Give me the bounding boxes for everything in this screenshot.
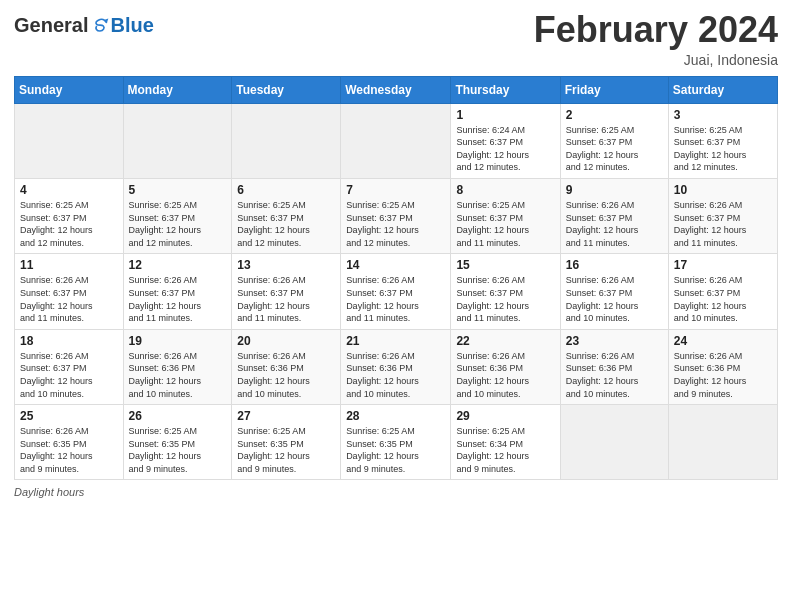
- day-info: Sunrise: 6:25 AM Sunset: 6:37 PM Dayligh…: [20, 199, 118, 249]
- calendar-cell: 15Sunrise: 6:26 AM Sunset: 6:37 PM Dayli…: [451, 254, 560, 329]
- day-info: Sunrise: 6:25 AM Sunset: 6:37 PM Dayligh…: [129, 199, 227, 249]
- calendar-cell: 25Sunrise: 6:26 AM Sunset: 6:35 PM Dayli…: [15, 405, 124, 480]
- calendar-table: SundayMondayTuesdayWednesdayThursdayFrid…: [14, 76, 778, 481]
- calendar-cell: 2Sunrise: 6:25 AM Sunset: 6:37 PM Daylig…: [560, 103, 668, 178]
- day-number: 2: [566, 108, 663, 122]
- calendar-cell: 5Sunrise: 6:25 AM Sunset: 6:37 PM Daylig…: [123, 178, 232, 253]
- day-number: 16: [566, 258, 663, 272]
- day-info: Sunrise: 6:25 AM Sunset: 6:37 PM Dayligh…: [237, 199, 335, 249]
- calendar-cell: 22Sunrise: 6:26 AM Sunset: 6:36 PM Dayli…: [451, 329, 560, 404]
- day-number: 25: [20, 409, 118, 423]
- day-info: Sunrise: 6:26 AM Sunset: 6:37 PM Dayligh…: [20, 350, 118, 400]
- calendar-cell: 6Sunrise: 6:25 AM Sunset: 6:37 PM Daylig…: [232, 178, 341, 253]
- logo-blue-text: Blue: [110, 14, 153, 37]
- day-header-friday: Friday: [560, 76, 668, 103]
- day-number: 1: [456, 108, 554, 122]
- day-info: Sunrise: 6:26 AM Sunset: 6:37 PM Dayligh…: [566, 199, 663, 249]
- logo-general-text: General: [14, 14, 88, 37]
- day-number: 23: [566, 334, 663, 348]
- logo-bird-icon: [90, 16, 110, 36]
- day-number: 19: [129, 334, 227, 348]
- calendar-cell: 23Sunrise: 6:26 AM Sunset: 6:36 PM Dayli…: [560, 329, 668, 404]
- day-info: Sunrise: 6:24 AM Sunset: 6:37 PM Dayligh…: [456, 124, 554, 174]
- day-number: 10: [674, 183, 772, 197]
- day-number: 26: [129, 409, 227, 423]
- day-header-sunday: Sunday: [15, 76, 124, 103]
- day-number: 15: [456, 258, 554, 272]
- day-header-monday: Monday: [123, 76, 232, 103]
- day-info: Sunrise: 6:25 AM Sunset: 6:37 PM Dayligh…: [566, 124, 663, 174]
- day-info: Sunrise: 6:26 AM Sunset: 6:37 PM Dayligh…: [346, 274, 445, 324]
- calendar-cell: 12Sunrise: 6:26 AM Sunset: 6:37 PM Dayli…: [123, 254, 232, 329]
- footer: Daylight hours: [14, 486, 778, 498]
- calendar-cell: [560, 405, 668, 480]
- calendar-cell: 9Sunrise: 6:26 AM Sunset: 6:37 PM Daylig…: [560, 178, 668, 253]
- day-number: 14: [346, 258, 445, 272]
- calendar-cell: 29Sunrise: 6:25 AM Sunset: 6:34 PM Dayli…: [451, 405, 560, 480]
- calendar-cell: [15, 103, 124, 178]
- day-info: Sunrise: 6:25 AM Sunset: 6:35 PM Dayligh…: [129, 425, 227, 475]
- day-number: 3: [674, 108, 772, 122]
- day-info: Sunrise: 6:26 AM Sunset: 6:36 PM Dayligh…: [674, 350, 772, 400]
- day-number: 6: [237, 183, 335, 197]
- footer-label: Daylight hours: [14, 486, 84, 498]
- calendar-week-row: 1Sunrise: 6:24 AM Sunset: 6:37 PM Daylig…: [15, 103, 778, 178]
- day-header-saturday: Saturday: [668, 76, 777, 103]
- day-number: 28: [346, 409, 445, 423]
- calendar-cell: 19Sunrise: 6:26 AM Sunset: 6:36 PM Dayli…: [123, 329, 232, 404]
- calendar-cell: [341, 103, 451, 178]
- day-info: Sunrise: 6:26 AM Sunset: 6:35 PM Dayligh…: [20, 425, 118, 475]
- calendar-cell: 28Sunrise: 6:25 AM Sunset: 6:35 PM Dayli…: [341, 405, 451, 480]
- calendar-cell: 10Sunrise: 6:26 AM Sunset: 6:37 PM Dayli…: [668, 178, 777, 253]
- calendar-cell: [123, 103, 232, 178]
- day-number: 12: [129, 258, 227, 272]
- calendar-header-row: SundayMondayTuesdayWednesdayThursdayFrid…: [15, 76, 778, 103]
- day-number: 4: [20, 183, 118, 197]
- day-number: 24: [674, 334, 772, 348]
- day-info: Sunrise: 6:26 AM Sunset: 6:37 PM Dayligh…: [456, 274, 554, 324]
- day-info: Sunrise: 6:26 AM Sunset: 6:37 PM Dayligh…: [129, 274, 227, 324]
- day-info: Sunrise: 6:25 AM Sunset: 6:35 PM Dayligh…: [237, 425, 335, 475]
- day-info: Sunrise: 6:26 AM Sunset: 6:37 PM Dayligh…: [674, 199, 772, 249]
- day-number: 18: [20, 334, 118, 348]
- day-info: Sunrise: 6:26 AM Sunset: 6:36 PM Dayligh…: [346, 350, 445, 400]
- calendar-week-row: 18Sunrise: 6:26 AM Sunset: 6:37 PM Dayli…: [15, 329, 778, 404]
- day-info: Sunrise: 6:25 AM Sunset: 6:37 PM Dayligh…: [456, 199, 554, 249]
- calendar-cell: 3Sunrise: 6:25 AM Sunset: 6:37 PM Daylig…: [668, 103, 777, 178]
- day-number: 22: [456, 334, 554, 348]
- day-number: 21: [346, 334, 445, 348]
- calendar-cell: 16Sunrise: 6:26 AM Sunset: 6:37 PM Dayli…: [560, 254, 668, 329]
- day-info: Sunrise: 6:26 AM Sunset: 6:37 PM Dayligh…: [237, 274, 335, 324]
- calendar-cell: 1Sunrise: 6:24 AM Sunset: 6:37 PM Daylig…: [451, 103, 560, 178]
- calendar-cell: 20Sunrise: 6:26 AM Sunset: 6:36 PM Dayli…: [232, 329, 341, 404]
- day-number: 5: [129, 183, 227, 197]
- month-title: February 2024: [534, 10, 778, 50]
- day-info: Sunrise: 6:26 AM Sunset: 6:37 PM Dayligh…: [674, 274, 772, 324]
- day-info: Sunrise: 6:26 AM Sunset: 6:37 PM Dayligh…: [566, 274, 663, 324]
- calendar-cell: 13Sunrise: 6:26 AM Sunset: 6:37 PM Dayli…: [232, 254, 341, 329]
- day-number: 7: [346, 183, 445, 197]
- day-info: Sunrise: 6:26 AM Sunset: 6:36 PM Dayligh…: [237, 350, 335, 400]
- day-header-wednesday: Wednesday: [341, 76, 451, 103]
- calendar-cell: 27Sunrise: 6:25 AM Sunset: 6:35 PM Dayli…: [232, 405, 341, 480]
- day-number: 27: [237, 409, 335, 423]
- day-number: 8: [456, 183, 554, 197]
- calendar-cell: 7Sunrise: 6:25 AM Sunset: 6:37 PM Daylig…: [341, 178, 451, 253]
- day-info: Sunrise: 6:25 AM Sunset: 6:35 PM Dayligh…: [346, 425, 445, 475]
- day-number: 17: [674, 258, 772, 272]
- calendar-cell: 11Sunrise: 6:26 AM Sunset: 6:37 PM Dayli…: [15, 254, 124, 329]
- day-info: Sunrise: 6:25 AM Sunset: 6:37 PM Dayligh…: [346, 199, 445, 249]
- calendar-cell: 4Sunrise: 6:25 AM Sunset: 6:37 PM Daylig…: [15, 178, 124, 253]
- logo: General Blue: [14, 14, 154, 37]
- day-number: 13: [237, 258, 335, 272]
- day-info: Sunrise: 6:26 AM Sunset: 6:36 PM Dayligh…: [456, 350, 554, 400]
- subtitle: Juai, Indonesia: [534, 52, 778, 68]
- day-info: Sunrise: 6:26 AM Sunset: 6:36 PM Dayligh…: [566, 350, 663, 400]
- page: General Blue February 2024 Juai, Indones…: [0, 0, 792, 612]
- calendar-cell: 18Sunrise: 6:26 AM Sunset: 6:37 PM Dayli…: [15, 329, 124, 404]
- day-info: Sunrise: 6:25 AM Sunset: 6:34 PM Dayligh…: [456, 425, 554, 475]
- calendar-cell: 8Sunrise: 6:25 AM Sunset: 6:37 PM Daylig…: [451, 178, 560, 253]
- calendar-cell: 26Sunrise: 6:25 AM Sunset: 6:35 PM Dayli…: [123, 405, 232, 480]
- day-header-tuesday: Tuesday: [232, 76, 341, 103]
- logo-text: General Blue: [14, 14, 154, 37]
